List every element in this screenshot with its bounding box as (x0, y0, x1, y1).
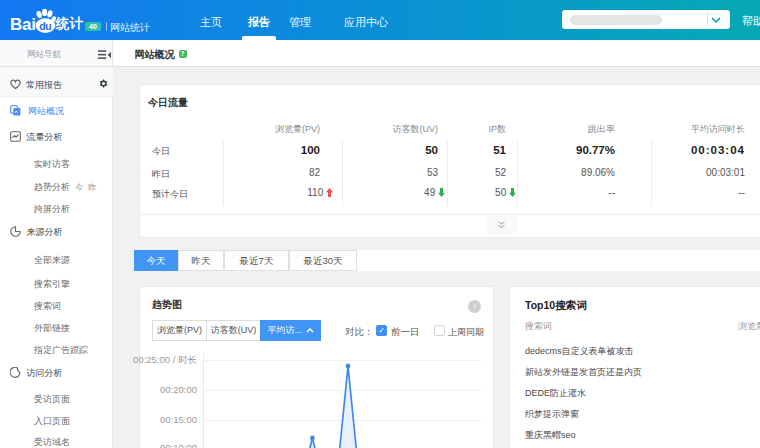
svg-text:du: du (39, 20, 51, 32)
